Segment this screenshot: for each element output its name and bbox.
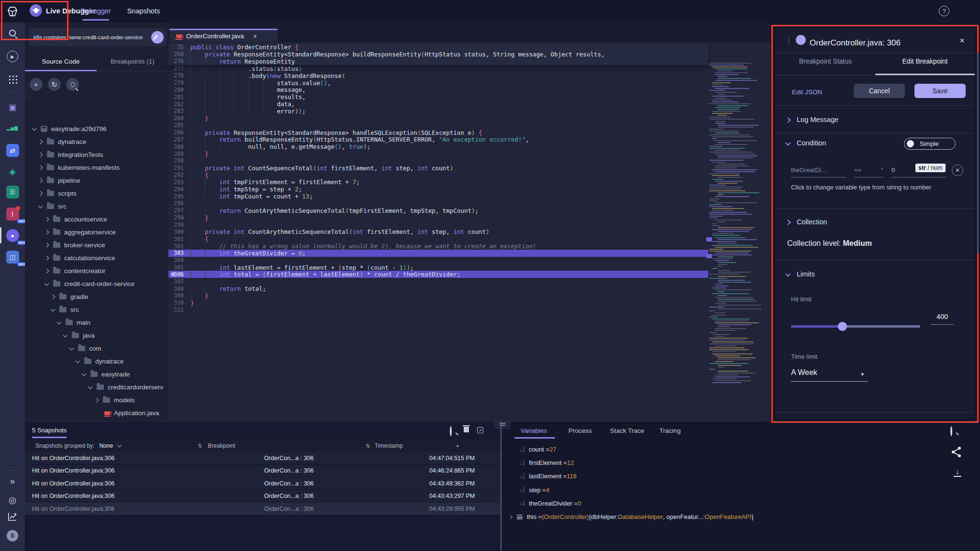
line-number[interactable]: 292 — [168, 172, 190, 178]
lifebuoy-icon[interactable]: ◎ — [0, 495, 25, 506]
blue-bucket-icon[interactable]: ◫NEW — [0, 251, 25, 264]
code-line-311[interactable]: 311 — [168, 307, 708, 314]
refresh-button[interactable]: ↻ — [48, 78, 61, 91]
line-number[interactable]: 291 — [168, 165, 190, 171]
tree-item-kubernetes-manifests[interactable]: kubernetes-manifests — [25, 161, 168, 174]
code-line-292[interactable]: 292 { — [168, 172, 708, 179]
delete-snapshots-icon[interactable] — [464, 427, 469, 432]
debugger-bug-icon[interactable]: ●NEW — [0, 229, 25, 242]
code-line-308[interactable]: 308 return total; — [168, 285, 708, 292]
line-number[interactable]: 296 — [168, 200, 190, 207]
chevron-right-icon[interactable] — [51, 295, 56, 299]
line-number[interactable]: 285 — [168, 122, 190, 129]
tree-item-dynatrace[interactable]: dynatrace — [25, 355, 168, 368]
red-alert-icon[interactable]: !NEW — [0, 208, 25, 220]
snapshot-row[interactable]: Hit on OrderController.java:306OrderCon.… — [25, 503, 501, 515]
minimap[interactable] — [709, 63, 767, 405]
expand-chevrons-icon[interactable]: » — [0, 476, 25, 486]
code-line-268[interactable]: 268 private ResponseEntity<StandardRespo… — [168, 51, 708, 58]
chevron-right-icon[interactable] — [38, 191, 43, 196]
tab-debugger[interactable]: Debugger — [80, 7, 111, 15]
code-line-285[interactable]: 285 — [168, 122, 708, 129]
line-number[interactable]: 283 — [168, 108, 190, 114]
tree-item-easytrade[interactable]: easytrade — [25, 368, 168, 381]
line-number[interactable]: 279 — [168, 79, 190, 86]
grouped-by-chevron-icon[interactable] — [117, 443, 122, 448]
line-number[interactable]: 282 — [168, 101, 190, 108]
edit-filter-button[interactable] — [151, 31, 164, 44]
chevron-down-icon[interactable] — [82, 371, 87, 376]
add-button[interactable]: + — [30, 78, 43, 91]
tree-item-calculationservice[interactable]: calculationservice — [25, 252, 168, 264]
chevron-down-icon[interactable] — [38, 203, 43, 208]
chevron-right-icon[interactable] — [509, 515, 512, 518]
tree-item-credit-card-order-service[interactable]: credit-card-order-service — [25, 277, 168, 290]
variables-search-icon[interactable] — [950, 427, 952, 436]
avatar[interactable]: S — [0, 530, 25, 541]
line-number[interactable]: 294 — [168, 186, 190, 193]
code-line-305[interactable]: 305 int lastElement = firstElement + (st… — [168, 264, 708, 271]
chevron-down-icon[interactable] — [51, 307, 56, 311]
tree-item-dynatrace[interactable]: dynatrace — [25, 135, 168, 148]
tree-item-easytrade-a29d796[interactable]: easytrade:a29d796 — [25, 122, 168, 135]
chevron-right-icon[interactable] — [38, 153, 43, 157]
chart-frame-icon[interactable] — [0, 512, 25, 521]
chevron-down-icon[interactable] — [76, 358, 80, 363]
line-number[interactable]: 35 — [168, 44, 190, 50]
tree-item-integrationtests[interactable]: integrationTests — [25, 148, 168, 161]
tab-process[interactable]: Process — [568, 427, 592, 434]
tree-item-com[interactable]: com — [25, 342, 168, 355]
snapshots-search-icon[interactable] — [450, 427, 452, 436]
snapshot-row[interactable]: Hit on OrderController.java:306OrderCon.… — [25, 477, 501, 489]
tab-snapshots[interactable]: Snapshots — [127, 7, 160, 15]
line-number[interactable]: 311 — [168, 307, 190, 313]
code-line-276[interactable]: 276 return ResponseEntity — [168, 58, 708, 65]
col-timestamp[interactable]: Timestamp — [375, 442, 403, 449]
blue-transfer-icon[interactable]: ⇄ — [0, 144, 25, 157]
chevron-down-icon[interactable] — [32, 126, 37, 131]
code-line-278[interactable]: 278 .body(new StandardResponse( — [168, 72, 708, 79]
line-number[interactable]: 308 — [168, 286, 190, 292]
code-line-290[interactable]: 290 — [168, 157, 708, 165]
panel-splitter[interactable] — [501, 422, 501, 551]
chevron-down-icon[interactable] — [57, 320, 62, 324]
chevron-down-icon[interactable] — [45, 281, 49, 286]
tree-item-aggregatorservice[interactable]: aggregatorservice — [25, 226, 168, 239]
scrollbar[interactable] — [977, 53, 979, 253]
line-number[interactable]: 278 — [168, 72, 190, 79]
download-icon[interactable]: ↓ — [954, 467, 961, 477]
col-breakpoint[interactable]: Breakpoint — [208, 442, 235, 449]
editor-tab-ordercontroller[interactable]: OrderController.java × — [169, 29, 278, 42]
sort-icon[interactable]: ⇅ — [198, 443, 202, 449]
chevron-right-icon[interactable] — [38, 165, 43, 170]
code-line-300[interactable]: 300 private int CountArythmeticSequenceT… — [168, 228, 708, 235]
green-layers-icon[interactable]: ☰ — [0, 186, 25, 198]
apps-grid-icon[interactable] — [0, 74, 25, 84]
line-number[interactable]: 293 — [168, 179, 190, 186]
variable-row-count[interactable]: ↓19count = 27 — [520, 446, 557, 453]
line-number[interactable]: 305 — [168, 264, 190, 271]
grouped-by-value[interactable]: None — [99, 442, 113, 449]
tree-item-creditcardorderserv[interactable]: creditcardorderserv — [25, 381, 168, 394]
tab-stack-trace[interactable]: Stack Trace — [610, 427, 644, 434]
line-number[interactable]: 300 — [168, 229, 190, 235]
code-line-296[interactable]: 296 — [168, 200, 708, 207]
share-icon[interactable] — [951, 446, 962, 458]
code-line-289[interactable]: 289 } — [168, 150, 708, 157]
variable-row-firstElement[interactable]: ↓19firstElement = 12 — [520, 459, 574, 466]
tree-item-accountservice[interactable]: accountservice — [25, 213, 168, 226]
tree-item-application-java[interactable]: Application.java — [25, 407, 168, 419]
code-line-287[interactable]: 287 return buildResponseEntity(HttpStatu… — [168, 136, 708, 143]
tab-variables[interactable]: Variables — [521, 427, 547, 434]
variable-row-lastElement[interactable]: ↓19lastElement = 116 — [520, 473, 577, 480]
green-chart-icon[interactable]: ▂▅▇ — [0, 121, 25, 134]
tree-item-models[interactable]: models — [25, 394, 168, 407]
snapshot-row[interactable]: Hit on OrderController.java:306OrderCon.… — [25, 465, 501, 477]
code-line-291[interactable]: 291 private int CountSequenceTotal(int f… — [168, 165, 708, 172]
line-number[interactable]: 277 — [168, 65, 190, 72]
code-line-299[interactable]: 299 — [168, 221, 708, 229]
code-line-302[interactable]: 302 // this has a wrong value (normally … — [168, 242, 708, 250]
tree-item-src[interactable]: src — [25, 303, 168, 316]
chevron-down-icon[interactable] — [63, 332, 68, 337]
tab-source-code[interactable]: Source Code — [25, 52, 97, 71]
